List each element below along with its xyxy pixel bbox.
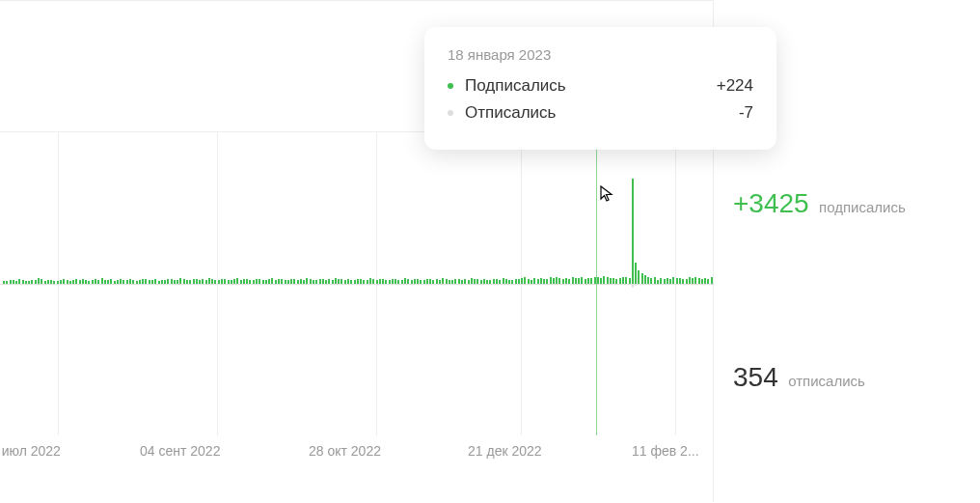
stat-subscribed: +3425 подписались: [733, 188, 906, 219]
chart-tooltip: 18 января 2023 Подписались +224 Отписали…: [424, 27, 776, 150]
subscribed-count: +3425: [733, 188, 809, 218]
x-axis-tick: 2 июл 2022: [0, 443, 61, 459]
dot-icon: [448, 83, 453, 89]
unsubscribed-label: отписались: [788, 373, 865, 389]
x-axis-tick: 04 сент 2022: [140, 443, 220, 459]
tooltip-label: Подписались: [465, 76, 717, 96]
x-axis-tick: 28 окт 2022: [309, 443, 381, 459]
unsubscribed-count: 354: [733, 362, 778, 392]
tooltip-value: +224: [717, 76, 753, 96]
tooltip-row-unsubscribed: Отписались -7: [448, 103, 753, 123]
hover-indicator-line: [596, 131, 597, 435]
subscribed-label: подписались: [819, 199, 906, 215]
dot-icon: [448, 110, 453, 116]
tooltip-row-subscribed: Подписались +224: [448, 76, 753, 96]
tooltip-date: 18 января 2023: [448, 46, 753, 63]
stat-unsubscribed: 354 отписались: [733, 362, 865, 393]
x-axis-tick: 21 дек 2022: [468, 443, 542, 459]
tooltip-value: -7: [739, 103, 753, 123]
x-axis: 2 июл 202204 сент 202228 окт 202221 дек …: [0, 435, 714, 474]
tooltip-label: Отписались: [465, 103, 739, 123]
x-axis-tick: 11 фев 2...: [632, 443, 699, 459]
